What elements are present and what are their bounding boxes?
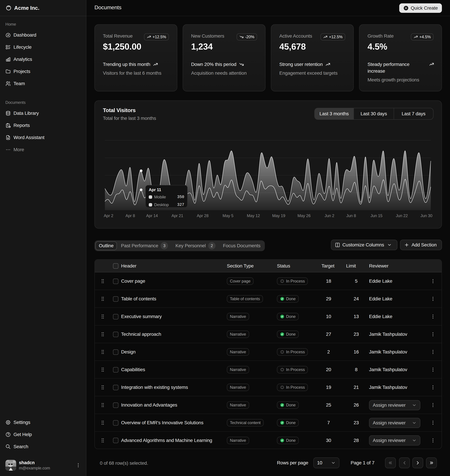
svg-text:Jun 30: Jun 30	[420, 213, 432, 218]
svg-text:Apr 2: Apr 2	[104, 213, 113, 218]
svg-text:Jun 8: Jun 8	[346, 213, 356, 218]
svg-text:Apr 21: Apr 21	[172, 213, 183, 218]
svg-text:May 5: May 5	[223, 213, 233, 218]
svg-text:Apr 8: Apr 8	[125, 213, 135, 218]
svg-text:Jun 15: Jun 15	[371, 213, 383, 218]
svg-text:Jun 22: Jun 22	[396, 213, 408, 218]
svg-text:Jun 2: Jun 2	[325, 213, 334, 218]
svg-text:Apr 28: Apr 28	[197, 213, 209, 218]
svg-text:Apr 14: Apr 14	[146, 213, 158, 218]
svg-text:May 12: May 12	[247, 213, 260, 218]
svg-text:May 19: May 19	[272, 213, 285, 218]
svg-text:May 26: May 26	[297, 213, 311, 218]
